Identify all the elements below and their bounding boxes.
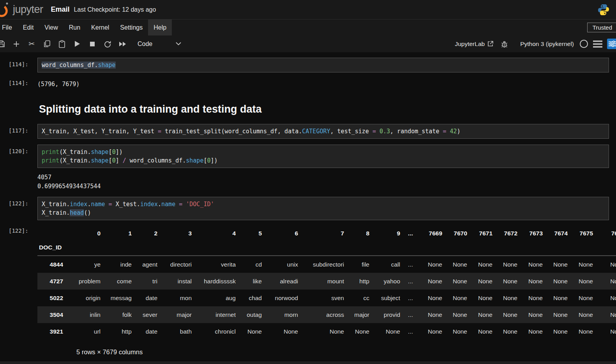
table-cell: None xyxy=(442,290,467,306)
code-editor[interactable]: word_columns_df.shape xyxy=(37,58,609,72)
code-editor[interactable]: X_train.index.name = X_test.index.name =… xyxy=(37,197,609,220)
menu-item-settings[interactable]: Settings xyxy=(115,19,148,35)
code-editor[interactable]: X_train, X_test, Y_train, Y_test = train… xyxy=(37,124,609,139)
table-cell: None xyxy=(517,323,543,340)
cell-type-value[interactable]: Code xyxy=(138,41,152,48)
table-cell: sever xyxy=(132,306,157,323)
table-cell: None xyxy=(236,323,262,340)
table-cell: None xyxy=(543,256,568,273)
code-line: X_train.head() xyxy=(42,209,605,217)
jupyterlab-link-label: JupyterLab xyxy=(455,41,485,48)
column-header: 4 xyxy=(192,227,236,240)
main-menu-button[interactable] xyxy=(593,41,602,48)
output-area-122: [122]: 0123456789...76697670767176727673… xyxy=(0,227,616,356)
empty-header-cell xyxy=(192,240,236,256)
input-prompt: [114]: xyxy=(0,58,37,67)
markdown-heading[interactable]: Splitting data into a training and testi… xyxy=(0,103,616,115)
table-corner-cell xyxy=(37,227,63,240)
table-cell: call xyxy=(369,256,400,273)
copy-cells-button[interactable] xyxy=(41,38,53,50)
restart-kernel-button[interactable] xyxy=(102,38,113,50)
table-cell: norwood xyxy=(262,290,298,306)
menu-bar: File Edit View Run Kernel Settings Help … xyxy=(0,19,616,35)
column-header: 2 xyxy=(132,227,157,240)
run-cell-button[interactable] xyxy=(71,38,83,50)
menu-item-view[interactable]: View xyxy=(39,19,63,35)
debugger-button[interactable] xyxy=(501,41,508,48)
empty-header-cell xyxy=(593,240,616,256)
output-text: (5796, 7679) xyxy=(37,80,79,88)
column-header: 7675 xyxy=(568,227,593,240)
table-cell: ... xyxy=(400,290,413,306)
empty-header-cell xyxy=(543,240,568,256)
table-cell: None xyxy=(467,256,492,273)
add-cell-button[interactable] xyxy=(11,38,22,50)
restart-run-all-button[interactable] xyxy=(117,38,129,50)
table-cell: None xyxy=(543,323,568,340)
table-row: 4844yeindeagentdirectoriveritacdunixsubd… xyxy=(37,256,616,273)
cell-type-dropdown[interactable] xyxy=(173,38,184,50)
notebook-tools-button[interactable] xyxy=(607,39,616,49)
paste-cells-button[interactable] xyxy=(56,38,68,50)
top-bar: jupyter Email Last Checkpoint: 12 days a… xyxy=(0,0,616,19)
table-cell: None xyxy=(517,306,543,323)
table-cell: tri xyxy=(132,273,157,290)
table-cell: None xyxy=(467,273,492,290)
table-cell: None xyxy=(568,273,593,290)
table-cell: None xyxy=(492,290,517,306)
table-cell: major xyxy=(344,306,369,323)
table-cell: None xyxy=(543,273,568,290)
column-header: 7672 xyxy=(492,227,517,240)
table-cell: None xyxy=(568,306,593,323)
table-cell: None xyxy=(543,306,568,323)
index-label-row: DOC_ID xyxy=(37,240,616,256)
table-cell: chad xyxy=(236,290,262,306)
table-cell: No xyxy=(593,306,616,323)
table-cell: None xyxy=(344,323,369,340)
chevron-down-icon xyxy=(176,42,181,46)
table-cell: unix xyxy=(262,256,298,273)
notebook-title[interactable]: Email xyxy=(51,5,70,14)
output-area-114: [114]: (5796, 7679) xyxy=(0,80,616,88)
code-line: print(X_train.shape[0] / word_columns_df… xyxy=(42,156,605,165)
column-header: 6 xyxy=(262,227,298,240)
table-cell: None xyxy=(467,290,492,306)
menu-item-help[interactable]: Help xyxy=(148,19,172,35)
table-cell: origin xyxy=(63,290,101,306)
column-header: 3 xyxy=(157,227,192,240)
table-cell: None xyxy=(568,323,593,340)
kernel-name-button[interactable]: Python 3 (ipykernel) xyxy=(520,41,574,48)
cut-cells-button[interactable]: ✂ xyxy=(26,38,37,50)
trusted-button[interactable]: Trusted xyxy=(587,23,616,32)
fast-forward-icon xyxy=(119,41,127,47)
table-cell: No xyxy=(593,273,616,290)
notebook-toolbar: ✂ Code xyxy=(0,35,616,52)
menu-item-run[interactable]: Run xyxy=(64,19,86,35)
table-cell: No xyxy=(593,323,616,340)
checkpoint-label: Last Checkpoint: 12 days ago xyxy=(74,6,156,13)
table-cell: internet xyxy=(192,306,236,323)
restart-icon xyxy=(104,41,111,48)
menu-item-edit[interactable]: Edit xyxy=(18,19,39,35)
table-cell: None xyxy=(492,323,517,340)
empty-header-cell xyxy=(568,240,593,256)
empty-header-cell xyxy=(298,240,344,256)
save-button[interactable] xyxy=(0,38,7,50)
menu-item-file[interactable]: File xyxy=(0,19,18,35)
empty-header-cell xyxy=(517,240,543,256)
table-cell: sven xyxy=(298,290,344,306)
table-cell: None xyxy=(492,273,517,290)
open-in-jupyterlab-link[interactable]: JupyterLab xyxy=(455,41,493,48)
kernel-status-indicator[interactable] xyxy=(579,39,588,48)
table-cell: ... xyxy=(400,323,413,340)
code-editor[interactable]: print(X_train.shape[0])print(X_train.sha… xyxy=(37,145,609,168)
column-header: 8 xyxy=(344,227,369,240)
menu-item-kernel[interactable]: Kernel xyxy=(86,19,115,35)
jupyter-logo[interactable]: jupyter xyxy=(0,1,43,19)
jupyter-logo-icon xyxy=(0,1,11,19)
empty-header-cell xyxy=(132,240,157,256)
table-cell: No xyxy=(593,290,616,306)
column-header: 7670 xyxy=(442,227,467,240)
kernel-idle-circle-icon xyxy=(579,39,588,48)
interrupt-kernel-button[interactable] xyxy=(86,38,98,50)
